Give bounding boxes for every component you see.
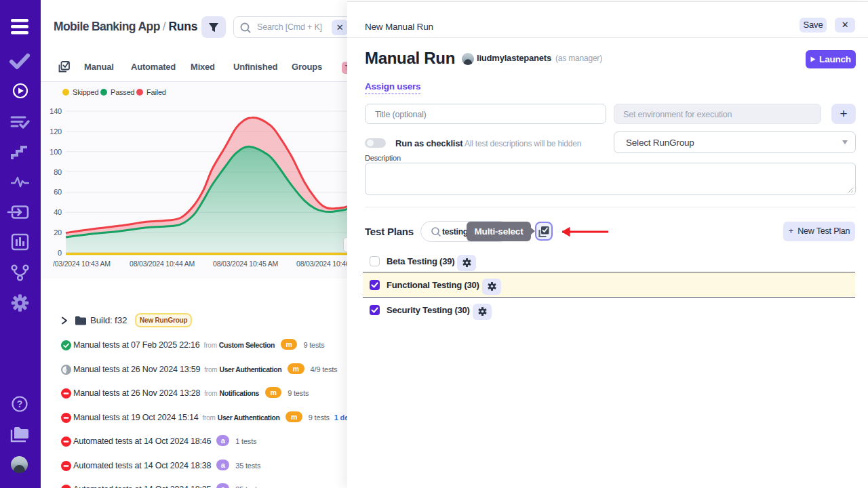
svg-text:40: 40 — [54, 208, 62, 216]
svg-text:08/03/2024 10:44 AM: 08/03/2024 10:44 AM — [130, 260, 195, 268]
svg-text:08/03/2024 10:45 AM: 08/03/2024 10:45 AM — [213, 260, 278, 268]
svg-text:08/03/2024 10:46 AM: 08/03/2024 10:46 AM — [296, 260, 347, 268]
svg-text:/03/2024 10:43 AM: /03/2024 10:43 AM — [53, 260, 111, 268]
svg-text:0: 0 — [58, 249, 62, 257]
svg-text:140: 140 — [50, 107, 62, 115]
svg-text:100: 100 — [50, 148, 62, 156]
svg-text:60: 60 — [54, 188, 62, 196]
svg-text:120: 120 — [50, 127, 62, 136]
svg-text:?: ? — [17, 399, 22, 409]
svg-text:20: 20 — [54, 228, 62, 237]
svg-text:80: 80 — [54, 168, 62, 176]
